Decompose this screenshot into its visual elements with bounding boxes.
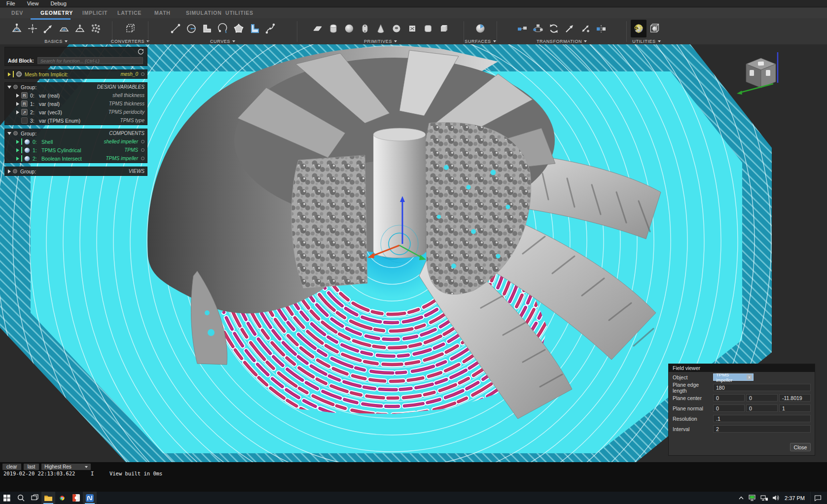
tab-implicit[interactable]: IMPLICIT: [82, 7, 108, 18]
file-explorer-icon[interactable]: [41, 492, 55, 504]
expand-icon[interactable]: [16, 140, 19, 144]
group-surfaces-dropdown[interactable]: SURFACES: [465, 38, 496, 44]
dashed-box-icon[interactable]: [122, 20, 138, 37]
collapse-icon[interactable]: [7, 86, 11, 89]
office-app-icon[interactable]: [69, 492, 83, 504]
close-button[interactable]: Close: [790, 443, 811, 451]
vector-arrow-icon[interactable]: [562, 20, 577, 37]
resolution-dropdown[interactable]: Highest Res: [41, 464, 91, 470]
group-converters-dropdown[interactable]: CONVERTERS: [111, 38, 149, 44]
var-row-shell-thickness[interactable]: R 0: var (real) shell thickness: [5, 91, 147, 100]
group-design-variables[interactable]: Group: DESIGN VARIABLES: [5, 83, 147, 91]
tab-lattice[interactable]: LATTICE: [117, 7, 142, 18]
search-input[interactable]: [37, 57, 143, 64]
visibility-toggle[interactable]: [141, 140, 144, 143]
cone-icon[interactable]: [373, 20, 389, 37]
tab-simulation[interactable]: SIMULATION: [186, 7, 222, 18]
link-boxes-icon[interactable]: [514, 20, 530, 37]
cylinder-icon[interactable]: [325, 20, 341, 37]
object-chip[interactable]: TPMS impeller x: [713, 373, 754, 381]
group-components[interactable]: Group: COMPONENTS: [5, 129, 147, 137]
sketch-plane-icon[interactable]: [9, 20, 25, 37]
arc-icon[interactable]: [215, 20, 231, 37]
point-icon[interactable]: [25, 20, 40, 37]
polygon-icon[interactable]: [231, 20, 247, 37]
field-viewer-icon[interactable]: [631, 20, 647, 37]
search-icon[interactable]: [14, 492, 28, 504]
var-row-tpms-thickness[interactable]: R 1: var (real) TPMS thickness: [5, 100, 147, 108]
translate-icon[interactable]: [577, 20, 593, 37]
network-icon[interactable]: [760, 495, 768, 501]
block-mesh-from-implicit[interactable]: Mesh from Implicit: mesh_0: [5, 70, 147, 78]
component-row-tpms-cylindrical[interactable]: 1: TPMS Cylindrical TPMS: [5, 146, 147, 154]
spline-icon[interactable]: [262, 20, 278, 37]
plane-normal-y-input[interactable]: 0: [746, 404, 778, 412]
expand-icon[interactable]: [8, 72, 11, 76]
plane-normal-icon[interactable]: [72, 20, 88, 37]
menu-debug[interactable]: Debug: [50, 0, 66, 6]
start-button[interactable]: [0, 492, 14, 504]
ntop-app-icon[interactable]: [83, 492, 97, 504]
remote-desktop-icon[interactable]: [749, 495, 756, 501]
group-transformation-dropdown[interactable]: TRANSFORMATION: [537, 38, 587, 44]
expand-icon[interactable]: [16, 94, 19, 98]
tab-geometry[interactable]: GEOMETRY: [40, 7, 73, 18]
menu-view[interactable]: View: [27, 0, 39, 6]
plane-center-z-input[interactable]: -11.8019: [779, 394, 811, 402]
vector-icon[interactable]: [40, 20, 56, 37]
rotate-icon[interactable]: [546, 20, 562, 37]
sphere-icon[interactable]: [341, 20, 357, 37]
var-row-tpms-periodicity[interactable]: ↗ 2: var (vec3) TPMS peridocity: [5, 108, 147, 116]
visibility-toggle[interactable]: [141, 148, 144, 152]
box-icon[interactable]: [436, 20, 452, 37]
var-row-tpms-type[interactable]: 3: var (TPMS Enum) TPMS type: [5, 116, 147, 125]
expand-icon[interactable]: [16, 148, 19, 152]
plane-icon[interactable]: [56, 20, 72, 37]
profile-icon[interactable]: [247, 20, 262, 37]
resolution-input[interactable]: .1: [713, 415, 811, 422]
visibility-toggle[interactable]: [141, 157, 144, 160]
component-row-shell[interactable]: 0: Shell shelled impeller: [5, 137, 147, 146]
bounding-box-icon[interactable]: [647, 20, 662, 37]
expand-icon[interactable]: [16, 157, 19, 161]
line-icon[interactable]: [168, 20, 183, 37]
expand-icon[interactable]: [16, 102, 19, 106]
rounded-box-icon[interactable]: [420, 20, 436, 37]
chrome-icon[interactable]: [55, 492, 69, 504]
tab-utilities[interactable]: UTILITIES: [225, 7, 253, 18]
plane-normal-z-input[interactable]: 1: [779, 404, 811, 412]
group-basics-dropdown[interactable]: BASICS: [44, 38, 68, 44]
tab-dev[interactable]: DEV: [11, 7, 23, 18]
visibility-toggle[interactable]: [141, 72, 144, 76]
expand-icon[interactable]: [8, 169, 11, 173]
interval-input[interactable]: 2: [713, 425, 811, 433]
group-utilities-dropdown[interactable]: UTILITIES: [632, 38, 660, 44]
mirror-icon[interactable]: [593, 20, 609, 37]
polyline-icon[interactable]: [199, 20, 215, 37]
task-view-icon[interactable]: [28, 492, 41, 504]
torus-icon[interactable]: [389, 20, 404, 37]
taskbar-clock[interactable]: 2:37 PM: [784, 495, 806, 501]
expand-icon[interactable]: [16, 110, 19, 114]
menu-file[interactable]: File: [6, 0, 15, 6]
tab-math[interactable]: MATH: [154, 7, 171, 18]
tray-expand-icon[interactable]: [738, 495, 744, 501]
refresh-icon[interactable]: [138, 48, 144, 55]
group-views[interactable]: Group: VIEWS: [5, 167, 147, 175]
dialog-title[interactable]: Field viewer: [669, 364, 815, 372]
volume-icon[interactable]: [772, 495, 779, 501]
plane-primitive-icon[interactable]: [310, 20, 325, 37]
plane-normal-x-input[interactable]: 0: [713, 404, 745, 412]
pattern-ring-icon[interactable]: [530, 20, 546, 37]
group-primitives-dropdown[interactable]: PRIMITIVES: [364, 38, 397, 44]
capsule-icon[interactable]: [357, 20, 373, 37]
component-row-boolean-intersect[interactable]: 2: Boolean Intersect TPMS impeller: [5, 154, 147, 163]
plane-center-x-input[interactable]: 0: [713, 394, 745, 402]
point-cloud-icon[interactable]: [88, 20, 104, 37]
last-button[interactable]: last: [24, 464, 39, 470]
chip-remove-icon[interactable]: x: [747, 374, 752, 380]
circle-icon[interactable]: [183, 20, 199, 37]
action-center-icon[interactable]: [810, 492, 825, 504]
group-curves-dropdown[interactable]: CURVES: [210, 38, 235, 44]
sphere-section-icon[interactable]: [472, 20, 488, 37]
